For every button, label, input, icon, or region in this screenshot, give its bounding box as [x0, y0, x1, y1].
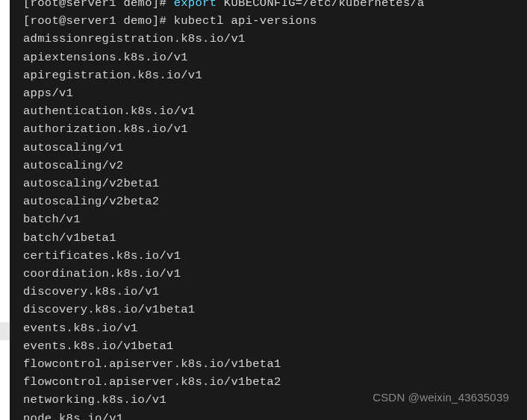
output-line: autoscaling/v2 [23, 157, 521, 175]
output-line: node.k8s.io/v1 [23, 410, 521, 420]
page-margin [0, 0, 10, 420]
output-line: events.k8s.io/v1beta1 [23, 337, 521, 355]
previous-command-line: [root@server1 demo]# export KUBECONFIG=/… [23, 0, 521, 12]
output-line: autoscaling/v2beta2 [23, 192, 521, 210]
output-line: autoscaling/v2beta1 [23, 175, 521, 192]
prompt-prefix: [root@server1 demo]# [23, 14, 174, 28]
output-line: flowcontrol.apiserver.k8s.io/v1beta1 [23, 355, 521, 373]
output-line: apiregistration.k8s.io/v1 [23, 66, 521, 84]
prompt-prefix: [root@server1 demo]# [23, 0, 174, 10]
command-text: kubectl api-versions [174, 14, 317, 28]
output-line: autoscaling/v1 [23, 139, 521, 157]
output-line: batch/v1 [23, 210, 521, 228]
output-line: events.k8s.io/v1 [23, 319, 521, 337]
output-line: authorization.k8s.io/v1 [23, 120, 521, 138]
output-line: certificates.k8s.io/v1 [23, 247, 521, 265]
output-line: coordination.k8s.io/v1 [23, 265, 521, 283]
output-line: discovery.k8s.io/v1beta1 [23, 301, 521, 319]
command-line: [root@server1 demo]# kubectl api-version… [23, 12, 521, 30]
output-line: apps/v1 [23, 84, 521, 102]
terminal-window[interactable]: [root@server1 demo]# export KUBECONFIG=/… [10, 0, 527, 420]
export-keyword: export [174, 0, 217, 10]
output-line: authentication.k8s.io/v1 [23, 102, 521, 120]
output-line: discovery.k8s.io/v1 [23, 283, 521, 301]
output-line: admissionregistration.k8s.io/v1 [23, 30, 521, 48]
output-line: batch/v1beta1 [23, 229, 521, 247]
watermark-text: CSDN @weixin_43635039 [372, 389, 509, 407]
scroll-indicator [0, 322, 10, 340]
output-line: apiextensions.k8s.io/v1 [23, 48, 521, 66]
export-args: KUBECONFIG=/etc/kubernetes/a [216, 0, 424, 10]
